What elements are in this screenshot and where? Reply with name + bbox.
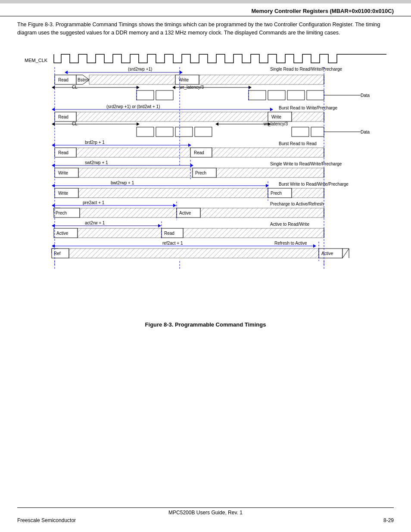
intro-paragraph: The Figure 8-3. Programmable Command Tim… bbox=[17, 21, 394, 37]
svg-text:Read: Read bbox=[164, 231, 174, 236]
top-bar bbox=[0, 0, 411, 3]
footer-center-text: MPC5200B Users Guide, Rev. 1 bbox=[17, 507, 394, 516]
svg-rect-69 bbox=[212, 148, 324, 157]
svg-text:Prech: Prech bbox=[195, 171, 206, 175]
svg-text:ref2act + 1: ref2act + 1 bbox=[162, 241, 183, 246]
svg-rect-55 bbox=[292, 127, 309, 137]
svg-text:swt2rwp + 1: swt2rwp + 1 bbox=[85, 160, 108, 165]
svg-text:(srd2rwp +1): (srd2rwp +1) bbox=[128, 67, 152, 72]
figure-caption: Figure 8-3. Programmable Command Timings bbox=[17, 321, 394, 328]
svg-rect-27 bbox=[287, 90, 305, 100]
svg-text:Read: Read bbox=[58, 78, 68, 82]
svg-rect-28 bbox=[307, 90, 324, 100]
svg-text:brd2rp + 1: brd2rp + 1 bbox=[85, 140, 105, 145]
svg-text:Write: Write bbox=[58, 171, 68, 175]
svg-text:act2rw + 1: act2rw + 1 bbox=[85, 221, 105, 225]
svg-rect-54 bbox=[195, 127, 212, 137]
svg-rect-93 bbox=[292, 188, 324, 198]
svg-marker-61 bbox=[52, 143, 55, 147]
svg-text:Read: Read bbox=[58, 115, 68, 119]
svg-text:Write: Write bbox=[179, 78, 189, 82]
svg-marker-123 bbox=[313, 244, 316, 248]
svg-rect-26 bbox=[268, 90, 285, 100]
svg-rect-103 bbox=[80, 208, 177, 218]
svg-text:Precharge to Active/Refresh: Precharge to Active/Refresh bbox=[270, 202, 324, 206]
page-content: The Figure 8-3. Programmable Command Tim… bbox=[0, 21, 411, 328]
svg-text:(srd2rwp +1) or (brd2wt + 1): (srd2rwp +1) or (brd2wt + 1) bbox=[106, 104, 160, 109]
page-header: Memory Controller Registers (MBAR+0x0100… bbox=[0, 3, 411, 16]
svg-marker-34 bbox=[270, 108, 273, 111]
svg-marker-122 bbox=[52, 244, 55, 248]
svg-rect-24 bbox=[156, 90, 173, 100]
svg-rect-53 bbox=[175, 127, 193, 137]
svg-text:Single Write to Read/Write/Pre: Single Write to Read/Write/Precharge bbox=[270, 162, 342, 166]
svg-text:Active to Read/Write: Active to Read/Write bbox=[270, 222, 309, 227]
svg-text:Bstrm: Bstrm bbox=[78, 78, 89, 82]
svg-marker-3 bbox=[65, 71, 68, 74]
svg-marker-4 bbox=[180, 71, 183, 74]
svg-marker-111 bbox=[158, 224, 161, 227]
svg-marker-98 bbox=[173, 204, 176, 207]
svg-marker-45 bbox=[52, 122, 55, 126]
svg-marker-110 bbox=[52, 224, 55, 227]
svg-marker-17 bbox=[52, 86, 55, 89]
footer-bottom: Freescale Semiconductor 8-29 bbox=[0, 516, 411, 523]
svg-marker-22 bbox=[249, 86, 252, 89]
svg-marker-74 bbox=[190, 164, 193, 167]
footer-right: 8-29 bbox=[383, 517, 394, 523]
svg-marker-97 bbox=[52, 204, 55, 207]
svg-rect-23 bbox=[137, 90, 154, 100]
footer-left: Freescale Semiconductor bbox=[17, 517, 76, 523]
svg-text:Single Read to Read/Write/Prec: Single Read to Read/Write/Precharge bbox=[270, 67, 342, 72]
svg-text:Write: Write bbox=[58, 191, 68, 196]
page-footer: MPC5200B Users Guide, Rev. 1 Freescale S… bbox=[0, 507, 411, 523]
svg-text:Active: Active bbox=[179, 211, 191, 215]
svg-rect-52 bbox=[156, 127, 173, 137]
svg-text:Burst Write to Read/Write/Prec: Burst Write to Read/Write/Precharge bbox=[279, 182, 349, 187]
svg-marker-73 bbox=[52, 164, 55, 167]
svg-text:Data: Data bbox=[361, 93, 370, 98]
svg-text:Read: Read bbox=[194, 150, 204, 155]
svg-text:bwt2rwp + 1: bwt2rwp + 1 bbox=[111, 180, 134, 185]
svg-marker-86 bbox=[266, 184, 269, 187]
svg-text:Burst Read to Write/Precharge: Burst Read to Write/Precharge bbox=[279, 106, 337, 110]
svg-rect-41 bbox=[292, 112, 324, 121]
timing-diagram: MEM_CLK (srd2rwp +1) Single Read to Read… bbox=[20, 46, 391, 313]
svg-text:Prech: Prech bbox=[56, 211, 67, 215]
svg-rect-38 bbox=[76, 112, 268, 121]
svg-rect-118 bbox=[183, 228, 324, 238]
svg-rect-13 bbox=[199, 75, 324, 84]
svg-text:Burst Read to Read: Burst Read to Read bbox=[279, 141, 317, 146]
svg-marker-18 bbox=[137, 86, 140, 89]
svg-text:Read: Read bbox=[58, 150, 68, 155]
svg-rect-51 bbox=[137, 127, 154, 137]
svg-rect-115 bbox=[78, 228, 162, 238]
svg-text:Data: Data bbox=[361, 130, 370, 134]
svg-marker-62 bbox=[188, 143, 191, 147]
svg-rect-90 bbox=[78, 188, 268, 198]
svg-text:pre2act + 1: pre2act + 1 bbox=[83, 200, 105, 205]
svg-rect-81 bbox=[216, 168, 324, 177]
svg-rect-106 bbox=[200, 208, 324, 218]
svg-marker-33 bbox=[52, 108, 55, 111]
svg-rect-10 bbox=[89, 75, 175, 84]
svg-marker-131 bbox=[342, 249, 349, 258]
svg-marker-49 bbox=[215, 122, 218, 126]
svg-marker-85 bbox=[52, 184, 55, 187]
mem-clk-label: MEM_CLK bbox=[25, 58, 48, 63]
svg-rect-56 bbox=[311, 127, 324, 137]
svg-text:Active: Active bbox=[321, 251, 333, 256]
svg-marker-46 bbox=[137, 122, 140, 126]
svg-rect-128 bbox=[69, 249, 319, 258]
svg-text:Prech: Prech bbox=[271, 191, 282, 196]
page: Memory Controller Registers (MBAR+0x0100… bbox=[0, 0, 411, 532]
svg-text:Active: Active bbox=[56, 231, 68, 236]
svg-rect-25 bbox=[249, 90, 266, 100]
svg-rect-78 bbox=[78, 168, 193, 177]
timing-diagram-svg: MEM_CLK (srd2rwp +1) Single Read to Read… bbox=[20, 46, 391, 313]
svg-marker-21 bbox=[172, 86, 175, 89]
svg-text:Write: Write bbox=[271, 115, 282, 119]
svg-text:Refresh to Active: Refresh to Active bbox=[274, 241, 307, 246]
header-title: Memory Controller Registers (MBAR+0x0100… bbox=[251, 8, 394, 14]
svg-rect-66 bbox=[76, 148, 190, 157]
